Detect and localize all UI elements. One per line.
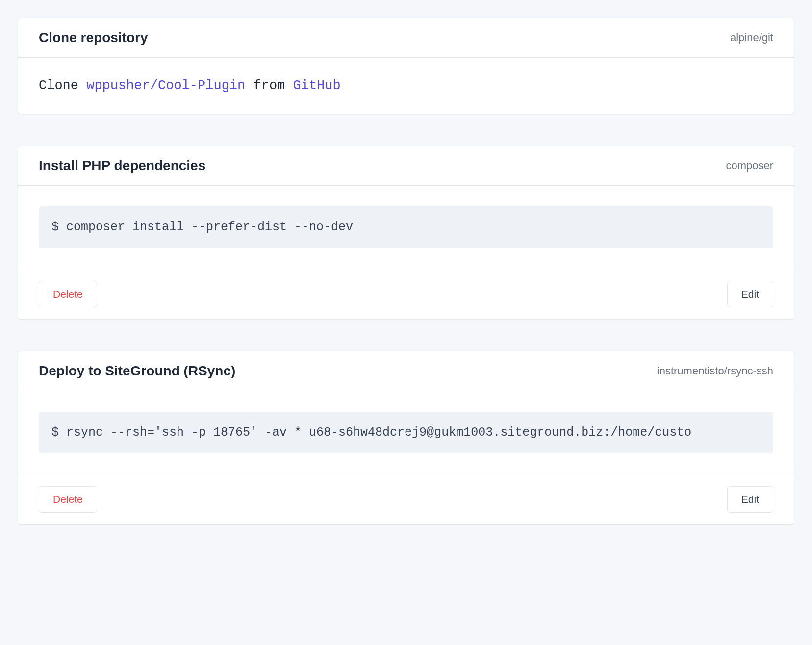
clone-prefix: Clone [39,78,86,93]
step-card-clone: Clone repository alpine/git Clone wppush… [18,18,794,114]
delete-button[interactable]: Delete [39,486,97,513]
step-card-composer: Install PHP dependencies composer $ comp… [18,146,794,320]
card-tag: instrumentisto/rsync-ssh [657,365,773,377]
source-link[interactable]: GitHub [293,78,341,93]
card-tag: alpine/git [730,31,773,44]
card-footer: Delete Edit [18,474,794,524]
command-code: $ composer install --prefer-dist --no-de… [39,206,773,248]
edit-button[interactable]: Edit [727,281,773,307]
card-title: Clone repository [39,30,148,46]
card-body: $ rsync --rsh='ssh -p 18765' -av * u68-s… [18,391,794,474]
edit-button[interactable]: Edit [727,486,773,513]
card-title: Install PHP dependencies [39,158,205,174]
card-header: Deploy to SiteGround (RSync) instrumenti… [18,351,794,391]
card-header: Install PHP dependencies composer [18,146,794,186]
card-body: $ composer install --prefer-dist --no-de… [18,186,794,269]
step-card-rsync: Deploy to SiteGround (RSync) instrumenti… [18,351,794,525]
card-footer: Delete Edit [18,269,794,319]
card-header: Clone repository alpine/git [18,18,794,58]
clone-description: Clone wppusher/Cool-Plugin from GitHub [39,78,773,93]
delete-button[interactable]: Delete [39,281,97,307]
repo-link[interactable]: wppusher/Cool-Plugin [86,78,245,93]
card-body: Clone wppusher/Cool-Plugin from GitHub [18,58,794,114]
clone-middle: from [245,78,293,93]
card-title: Deploy to SiteGround (RSync) [39,363,235,379]
card-tag: composer [726,159,773,172]
command-code: $ rsync --rsh='ssh -p 18765' -av * u68-s… [39,412,773,453]
